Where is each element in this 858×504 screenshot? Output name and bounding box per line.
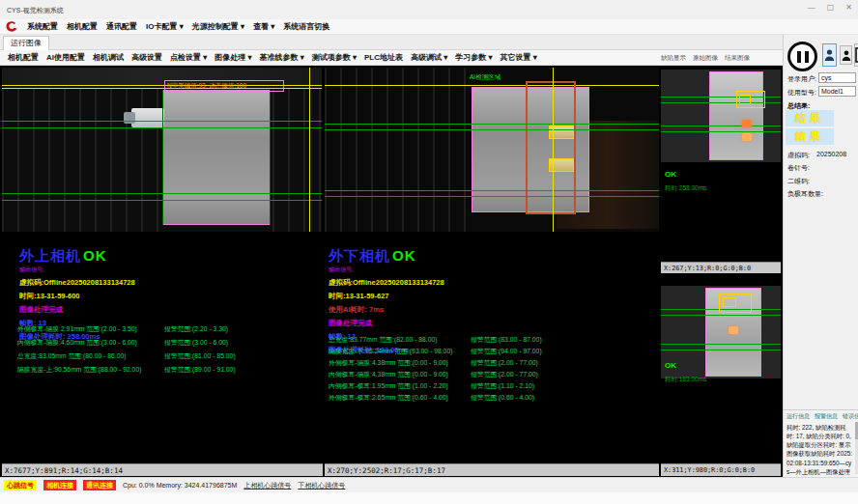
measurement-row: 隔膜宽度-下:95.24mm 范围:(93.00 - 98.00)报警范围:(9…	[329, 347, 647, 356]
left-coordinate-bar: X:7677;Y:891;R:14;G:14;B:14	[2, 463, 323, 476]
thumb2-coordinate-bar: X:311;Y:980;R:0;G:0;B:0	[661, 463, 781, 476]
pause-icon	[797, 51, 801, 63]
left-camera-header: 外上相机OK	[19, 247, 314, 266]
thumb-header-raw[interactable]: 原始图像	[693, 54, 718, 63]
thumb1-highlight-1	[742, 120, 752, 127]
middle-guide-line-v	[553, 68, 554, 232]
info-log-text: 耗时: 222, 缺陷检测耗时: 17, 缺陷分类耗时: 0, 缺陷提取分区耗时…	[784, 421, 858, 485]
thumb2-status-detail: 耗时:183.00ms	[665, 376, 706, 384]
thumb2-line	[661, 344, 781, 345]
left-time: 时间:13-31-59-600	[19, 292, 314, 301]
exit-button[interactable]	[854, 43, 858, 67]
tool-camera-config[interactable]: 相机配置	[8, 50, 39, 66]
thumb-header-defect[interactable]: 缺陷显示	[661, 54, 686, 63]
barcode-label: 虚拟码:	[787, 151, 810, 160]
bottom-filler	[0, 492, 858, 504]
tab-run-image[interactable]: 运行图像	[3, 36, 49, 50]
info-tab-alarm[interactable]: 报警信息	[815, 412, 838, 421]
left-measurement-list: 外侧极耳-隔膜:2.91mm 范围:(2.00 - 3.50)报警范围:(2.2…	[17, 324, 319, 382]
tab-strip: 运行图像	[0, 35, 783, 50]
left-gripper	[131, 108, 164, 127]
middle-measure-line-4	[325, 196, 659, 197]
thumb2-line	[661, 315, 781, 316]
measurement-row: 总宽度:83.77mm 范围:(82.00 - 88.00)报警范围:(83.0…	[329, 335, 647, 345]
sidebar: 登录用户: cys 使用型号: Model1 总结果: 结果 结果 虚拟码: 2…	[783, 35, 858, 477]
login-user-field[interactable]: cys	[818, 72, 856, 83]
middle-time: 时间:13-31-59-627	[329, 292, 638, 301]
middle-process-done: 图像处理完成	[329, 319, 638, 328]
info-tab-run[interactable]: 运行信息	[786, 412, 810, 421]
thumb1-roi-box-inner	[739, 95, 751, 104]
left-camera-name: 外上相机	[19, 247, 81, 264]
thumb1-image[interactable]	[661, 70, 781, 162]
result-box-lower: 结果	[786, 128, 834, 145]
left-gripper-arm	[124, 112, 135, 124]
tool-advanced-debug[interactable]: 高级调试 ▾	[411, 50, 447, 66]
thumb1-line	[661, 126, 781, 126]
tool-plc-address[interactable]: PLC地址表	[364, 50, 403, 66]
left-process-done: 图像处理完成	[19, 305, 314, 315]
left-guide-line-v	[309, 68, 310, 232]
user-dark-icon	[842, 49, 851, 62]
menu-item-camera-config[interactable]: 相机配置	[67, 19, 98, 35]
admin-mode-button[interactable]	[840, 45, 852, 65]
thumb-header-result[interactable]: 结果图像	[725, 54, 750, 63]
maximize-icon[interactable]: ▢	[827, 3, 835, 12]
tool-ai-config[interactable]: AI使用配置	[46, 50, 85, 66]
upper-camera-heartbeat-link[interactable]: 上相机心跳信号	[243, 481, 291, 490]
tool-advanced-settings[interactable]: 高级设置	[131, 50, 162, 66]
left-signal-label: 输出信号:	[19, 266, 314, 274]
middle-measure-line-1	[325, 124, 659, 125]
middle-guide-line-h	[325, 85, 659, 86]
middle-measurement-list: 总宽度:83.77mm 范围:(82.00 - 88.00)报警范围:(83.0…	[329, 335, 647, 408]
close-icon[interactable]: ✕	[845, 3, 852, 12]
middle-image-machinery-left	[325, 68, 470, 232]
heartbeat-badge: 心跳信号	[4, 480, 37, 490]
info-tab-error[interactable]: 错误信息	[843, 412, 858, 421]
tool-other-settings[interactable]: 其它设置 ▾	[500, 50, 537, 66]
lower-camera-heartbeat-link[interactable]: 下相机心跳信号	[298, 481, 345, 490]
operator-mode-button[interactable]	[822, 43, 837, 67]
menu-item-view[interactable]: 查看 ▾	[253, 19, 274, 35]
left-cell-region	[162, 90, 271, 225]
info-tabs: 运行信息 报警信息 错误信息	[784, 410, 858, 421]
menu-item-language-switch[interactable]: 系统语言切换	[283, 19, 329, 35]
tool-test-params[interactable]: 测试项参数 ▾	[312, 50, 357, 66]
middle-camera-name: 外下相机	[329, 247, 390, 264]
minimize-icon[interactable]: —	[808, 3, 815, 12]
menu-item-light-config[interactable]: 光源控制配置 ▾	[192, 19, 244, 35]
cpu-memory-status: Cpu: 0.0% Memory: 3424.41796875M	[123, 482, 237, 489]
middle-ai-time: 使用AI耗时: 7ms	[329, 305, 638, 315]
app-window: CYS-视觉检测系统 — ▢ ✕ 系统配置 相机配置 通讯配置 IO卡配置 ▾ …	[0, 0, 858, 504]
measurement-row: 外侧极耳-隔膜:2.91mm 范围:(2.00 - 3.50)报警范围:(2.2…	[17, 324, 319, 334]
measurement-row: 外侧极耳-隔膜:4.38mm 范围:(0.00 - 9.00)报警范围:(2.0…	[329, 358, 647, 368]
pause-icon	[805, 51, 809, 63]
thumb2-line	[661, 350, 781, 350]
middle-ai-region-rect	[526, 81, 576, 214]
thumb2-status: OK	[665, 361, 676, 370]
comm-connect-badge: 通讯连接	[83, 480, 116, 490]
menu-item-io-config[interactable]: IO卡配置 ▾	[146, 19, 184, 35]
middle-camera-image[interactable]: AI检测区域	[325, 68, 659, 232]
pin-number-label: 卷针号:	[787, 163, 810, 173]
middle-signal-label: 输出信号:	[329, 266, 638, 274]
menu-item-system-config[interactable]: 系统配置	[27, 19, 58, 35]
pause-button[interactable]	[787, 42, 817, 71]
model-field[interactable]: Model1	[818, 86, 856, 97]
tool-camera-debug[interactable]: 相机调试	[93, 50, 124, 66]
thumb1-cell	[709, 71, 763, 160]
thumb2-image[interactable]	[661, 286, 781, 378]
thumb2-highlight	[729, 326, 738, 334]
thumb1-coordinate-bar: X:267;Y:13;R:0;G:0;B:0	[661, 262, 781, 273]
left-threshold-annotation: N字形阈值:93, 动态阈值:100	[164, 80, 284, 92]
tool-learning-params[interactable]: 学习参数 ▾	[455, 50, 492, 66]
left-camera-image[interactable]: N字形阈值:93, 动态阈值:100	[2, 68, 322, 232]
tool-baseline-params[interactable]: 基准线参数 ▾	[260, 50, 304, 66]
qr-code-label: 二维码:	[787, 177, 810, 186]
tool-spot-check[interactable]: 点检设置 ▾	[170, 50, 207, 66]
window-title: CYS-视觉检测系统	[7, 6, 64, 15]
measurement-row: 隔膜宽度-上:90.56mm 范围:(88.00 - 92.00)报警范围:(8…	[17, 365, 319, 375]
tool-image-processing[interactable]: 图像处理 ▾	[214, 50, 251, 66]
thumb1-status-detail: 耗时:258.00ms	[665, 184, 706, 193]
menu-item-comm-config[interactable]: 通讯配置	[106, 19, 137, 35]
